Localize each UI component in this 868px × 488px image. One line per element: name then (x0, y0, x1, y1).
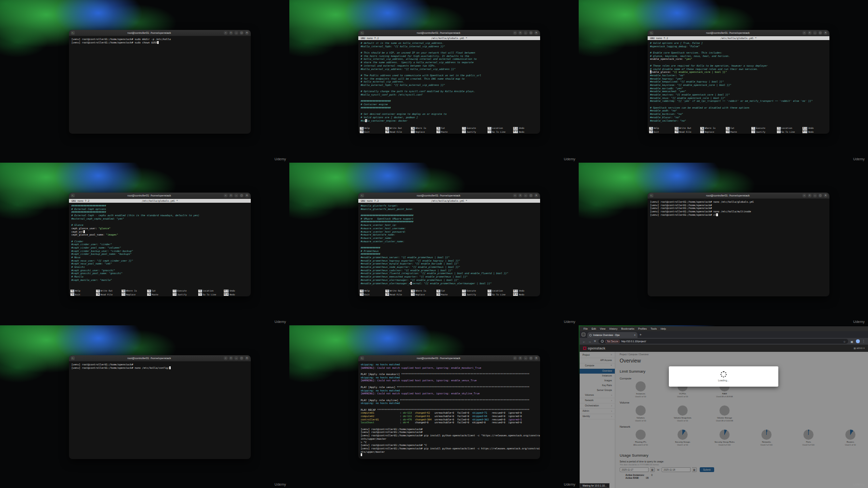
extensions-icon[interactable]: ▣ (851, 340, 854, 343)
search-icon[interactable]: ⌕ (802, 194, 806, 197)
browser-tab[interactable]: Instance Overview - Ope × (587, 332, 637, 338)
menu-item-history[interactable]: History (610, 327, 618, 330)
terminal-line: # This should be a VIP, an unused IP on … (361, 51, 538, 55)
forward-icon[interactable]: → (588, 340, 592, 343)
menu-item-profiles[interactable]: Profiles (638, 327, 647, 330)
menu-item-view[interactable]: View (600, 327, 606, 330)
terminal-titlebar[interactable]: >_ root@controller01: /home/openstack ⌕ … (69, 30, 251, 36)
maximize-icon[interactable]: ▢ (818, 31, 822, 35)
editor-content[interactable]: #manila_glusterfs_target:#manila_gluster… (358, 203, 540, 289)
terminal-line: localhost : ok=4 changed=0 unreachable=0… (361, 421, 538, 424)
new-tab-button[interactable]: + (639, 333, 642, 337)
nano-shortcut: M-ERedo (802, 130, 828, 134)
nano-shortcut: M-UUndo (513, 289, 539, 293)
loading-spinner-icon (720, 371, 727, 377)
minimize-icon[interactable]: – (234, 31, 238, 35)
menu-icon[interactable]: ≡ (808, 194, 812, 197)
maximize-icon[interactable]: ▢ (529, 31, 533, 35)
minimize-icon[interactable]: – (813, 194, 817, 197)
terminal-content[interactable]: skipping: no hosts matched[WARNING]: Cou… (358, 362, 540, 459)
search-icon[interactable]: ⌕ (224, 31, 228, 35)
terminal-line: #ceph_cinder_backup_user: "cinder-backup… (71, 250, 248, 253)
minimize-icon[interactable]: – (524, 194, 528, 197)
terminal-line: [venv] root@controller01:/home/openstack… (361, 428, 538, 431)
window-controls: ⌕ ≡ – ▢ ✕ (224, 194, 249, 197)
minimize-icon[interactable]: – (524, 356, 528, 360)
tab-title: Instance Overview - Ope (593, 334, 633, 336)
minimize-icon[interactable]: – (524, 31, 528, 35)
tab-close-icon[interactable]: × (634, 334, 636, 336)
browser-menu-icon[interactable]: ⋮ (862, 339, 866, 343)
stop-icon[interactable]: ✕ (594, 339, 596, 343)
minimize-icon[interactable]: – (234, 356, 238, 360)
terminal-titlebar[interactable]: >_ root@controller01: /home/openstack ⌕ … (358, 193, 540, 199)
terminal-line (361, 48, 538, 51)
editor-content[interactable]: ######################## External Ceph o… (69, 203, 251, 289)
close-icon[interactable]: ✕ (245, 356, 249, 360)
menu-icon[interactable]: ≡ (518, 31, 522, 35)
maximize-icon[interactable]: ▢ (240, 356, 244, 360)
search-icon[interactable]: ⌕ (513, 31, 517, 35)
nano-shortcut: ^GHelp (360, 126, 385, 130)
close-icon[interactable]: ✕ (245, 194, 249, 197)
menu-icon[interactable]: ≡ (229, 194, 233, 197)
editor-content[interactable]: # default it is the same as kolla_intern… (358, 40, 540, 126)
search-icon[interactable]: ⌕ (224, 356, 228, 360)
menu-icon[interactable]: ≡ (808, 31, 812, 35)
nano-shortcut: ^XExit (70, 293, 96, 297)
terminal-line: #kolla_external_fqdn: "{{ kolla_external… (361, 84, 538, 87)
close-icon[interactable]: ✕ (534, 31, 538, 35)
search-icon[interactable]: ⌕ (513, 194, 517, 197)
terminal-content[interactable]: [venv] root@controller01:/home/openstack… (648, 199, 829, 296)
nano-shortcut: ^CLocation (198, 289, 224, 293)
terminal-line: ############# (361, 252, 538, 256)
maximize-icon[interactable]: ▢ (529, 356, 533, 360)
terminal-line: # internal and external requests between… (361, 64, 538, 68)
maximize-icon[interactable]: ▢ (529, 194, 533, 197)
menu-icon[interactable]: ≡ (229, 356, 233, 360)
terminal-titlebar[interactable]: >_ root@controller01: /home/openstack ⌕ … (69, 355, 251, 362)
terminal-line: skipping: no hosts matched (361, 402, 538, 405)
terminal-content[interactable]: [venv] root@controller01:/home/openstack… (69, 36, 251, 134)
close-icon[interactable]: ✕ (824, 194, 827, 197)
menu-icon[interactable]: ≡ (518, 356, 522, 360)
site-info-icon[interactable]: i (601, 340, 604, 343)
search-icon[interactable]: ⌕ (513, 356, 517, 360)
search-icon[interactable]: ⌕ (224, 194, 228, 197)
maximize-icon[interactable]: ▢ (240, 194, 244, 197)
terminal-content[interactable]: [venv] root@controller01:/home/openstack… (69, 362, 251, 459)
menu-item-file[interactable]: File (583, 327, 588, 330)
close-icon[interactable]: ✕ (245, 31, 249, 35)
maximize-icon[interactable]: ▢ (818, 194, 822, 197)
maximize-icon[interactable]: ▢ (240, 31, 244, 35)
profile-avatar[interactable] (856, 339, 860, 343)
terminal-titlebar[interactable]: >_ root@controller01: /home/openstack ⌕ … (358, 355, 540, 362)
desktop-slide-4: >_ root@controller01: /home/openstack ⌕ … (0, 163, 289, 325)
menu-item-help[interactable]: Help (661, 327, 666, 330)
back-icon[interactable]: ← (583, 340, 586, 343)
terminal-titlebar[interactable]: >_ root@controller01: /home/openstack ⌕ … (358, 30, 540, 36)
nano-shortcut-row1: ^GHelp^OWrite Out^WWhere Is^KCut^TExecut… (358, 289, 540, 293)
menu-icon[interactable]: ≡ (229, 31, 233, 35)
not-secure-badge[interactable]: Not Secure (605, 340, 620, 343)
bookmark-star-icon[interactable]: ☆ (843, 340, 845, 343)
editor-content[interactable]: # Valid options are [ True, False ]#open… (648, 40, 829, 126)
terminal-line: #enable_prometheus_server: "{{ enable_pr… (361, 256, 538, 259)
nano-shortcut: ^OWrite Out (385, 126, 411, 130)
menu-icon[interactable]: ≡ (518, 194, 522, 197)
close-icon[interactable]: ✕ (534, 194, 538, 197)
terminal-line: skipping: no hosts matched (361, 363, 538, 366)
search-icon[interactable]: ⌕ (802, 31, 806, 35)
menu-item-edit[interactable]: Edit (592, 327, 596, 330)
terminal-titlebar[interactable]: >_ root@controller01: /home/openstack ⌕ … (648, 30, 829, 36)
nano-shortcut-row1: ^GHelp^OWrite Out^WWhere Is^KCut^TExecut… (648, 126, 829, 130)
close-icon[interactable]: ✕ (534, 356, 538, 360)
menu-item-tools[interactable]: Tools (651, 327, 657, 330)
menu-item-bookmarks[interactable]: Bookmarks (621, 327, 634, 330)
minimize-icon[interactable]: – (813, 31, 817, 35)
address-bar[interactable]: i Not Secure http://10.0.1.10/project/ ☆ (598, 339, 848, 344)
terminal-titlebar[interactable]: >_ root@controller01: /home/openstack ⌕ … (648, 193, 829, 199)
minimize-icon[interactable]: – (234, 194, 238, 197)
close-icon[interactable]: ✕ (824, 31, 827, 35)
terminal-titlebar[interactable]: >_ root@controller01: /home/openstack ⌕ … (69, 193, 251, 199)
